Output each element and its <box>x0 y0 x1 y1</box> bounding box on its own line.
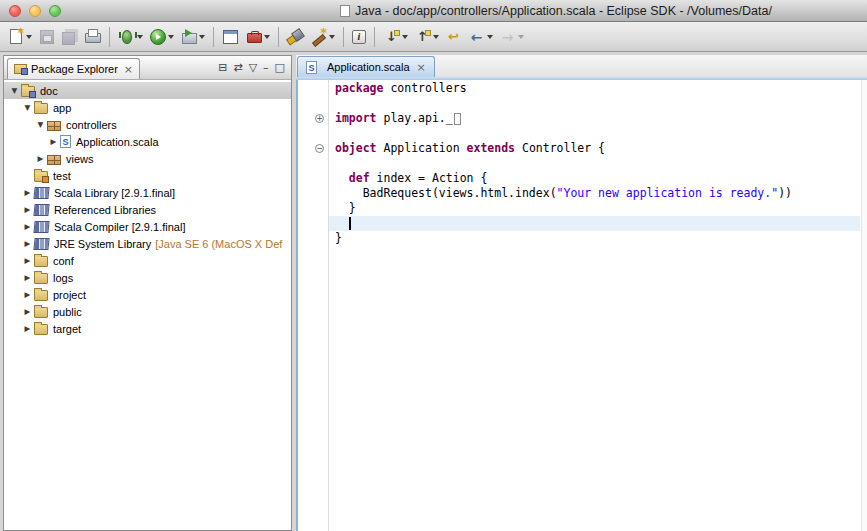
tree-item-doc[interactable]: ▼doc <box>4 82 291 99</box>
code-line[interactable]: BadRequest(views.html.index("Your new ap… <box>298 186 860 201</box>
toolbar-new-java-project-button[interactable] <box>219 25 242 49</box>
close-window-button[interactable] <box>9 5 21 17</box>
toolbar-print-button[interactable] <box>81 25 104 49</box>
overview-ruler[interactable] <box>861 80 867 531</box>
collapse-all-icon[interactable]: ⊟ <box>218 61 227 75</box>
last-edit-location-icon: ↩ <box>445 28 462 45</box>
save-icon <box>38 28 55 45</box>
toolbar-run-external-tools-button[interactable] <box>177 25 208 49</box>
expand-fold-icon[interactable]: + <box>315 114 324 123</box>
dropdown-caret-icon[interactable] <box>402 35 408 39</box>
expand-arrow-icon[interactable]: ▶ <box>21 273 34 282</box>
code-line[interactable]: } <box>298 201 860 216</box>
view-menu-icon[interactable]: ▽ <box>249 61 257 75</box>
toolbar-back-button[interactable]: ← <box>465 25 496 49</box>
minimize-icon[interactable]: – <box>263 61 269 75</box>
tree-item-label: target <box>53 323 81 335</box>
tree-item-label: conf <box>53 255 74 267</box>
editor-panel: S Application.scala × package controller… <box>296 55 867 531</box>
dropdown-caret-icon[interactable] <box>433 35 439 39</box>
current-code-line[interactable] <box>298 216 860 231</box>
tree-item-label: Application.scala <box>76 136 159 148</box>
toolbar-search-button[interactable] <box>284 25 307 49</box>
string-token: "Your new application is ready." <box>557 186 779 200</box>
keyword-token: def <box>349 171 370 185</box>
run-icon <box>149 28 166 45</box>
tree-item-logs[interactable]: ▶logs <box>4 269 291 286</box>
code-line[interactable]: } <box>298 231 860 246</box>
toolbar-previous-annotation-button[interactable]: ↑ <box>411 25 442 49</box>
tree-item-label: project <box>53 289 86 301</box>
tree-item-views[interactable]: ▶views <box>4 150 291 167</box>
toolbar-gwt-compile-button[interactable] <box>242 25 273 49</box>
code-editor[interactable]: package controllers+import play.api._−ob… <box>296 80 867 531</box>
tree-item-app[interactable]: ▼app <box>4 99 291 116</box>
tab-application-scala[interactable]: S Application.scala × <box>297 56 435 77</box>
tree-item-referenced-libraries[interactable]: ▶Referenced Libraries <box>4 201 291 218</box>
code-line[interactable]: +import play.api._ <box>298 111 860 126</box>
tree-item-conf[interactable]: ▶conf <box>4 252 291 269</box>
link-with-editor-icon[interactable]: ⇄ <box>233 61 242 75</box>
dropdown-caret-icon[interactable] <box>199 35 205 39</box>
expand-arrow-icon[interactable]: ▶ <box>21 307 34 316</box>
code-line[interactable] <box>298 96 860 111</box>
tree-item-public[interactable]: ▶public <box>4 303 291 320</box>
tree-item-jre-system-library[interactable]: ▶JRE System Library[Java SE 6 (MacOS X D… <box>4 235 291 252</box>
toolbar-info-button[interactable]: i <box>349 25 369 49</box>
code-line[interactable] <box>298 126 860 141</box>
tree-item-target[interactable]: ▶target <box>4 320 291 337</box>
collapse-arrow-icon[interactable]: ▼ <box>34 120 47 129</box>
expand-arrow-icon[interactable]: ▶ <box>21 290 34 299</box>
toolbar-new-wizard-quick-button[interactable] <box>307 25 338 49</box>
toolbar-debug-button[interactable] <box>115 25 146 49</box>
dropdown-caret-icon[interactable] <box>264 35 270 39</box>
window-title-text: Java - doc/app/controllers/Application.s… <box>355 0 772 22</box>
tree-item-scala-compiler-2-9-1-final[interactable]: ▶Scala Compiler [2.9.1.final] <box>4 218 291 235</box>
code-line[interactable] <box>298 156 860 171</box>
expand-arrow-icon[interactable]: ▶ <box>21 239 34 248</box>
zoom-window-button[interactable] <box>49 5 61 17</box>
collapse-fold-icon[interactable]: − <box>315 144 324 153</box>
tree-item-application-scala[interactable]: ▶SApplication.scala <box>4 133 291 150</box>
toolbar-next-annotation-button[interactable]: ↓ <box>380 25 411 49</box>
collapse-arrow-icon[interactable]: ▼ <box>8 86 21 95</box>
dropdown-caret-icon[interactable] <box>26 35 32 39</box>
dropdown-caret-icon[interactable] <box>168 35 174 39</box>
expand-arrow-icon[interactable]: ▶ <box>21 188 34 197</box>
code-line[interactable]: def index = Action { <box>298 171 860 186</box>
expand-arrow-icon[interactable]: ▶ <box>21 205 34 214</box>
tree-item-scala-library-2-9-1-final[interactable]: ▶Scala Library [2.9.1.final] <box>4 184 291 201</box>
code-area[interactable]: package controllers+import play.api._−ob… <box>298 81 860 246</box>
code-line[interactable]: −object Application extends Controller { <box>298 141 860 156</box>
expand-arrow-icon[interactable]: ▶ <box>21 222 34 231</box>
tab-package-explorer[interactable]: Package Explorer × <box>7 58 140 79</box>
back-icon: ← <box>468 28 485 45</box>
save-all-icon <box>61 28 78 45</box>
code-line[interactable]: package controllers <box>298 81 860 96</box>
expand-arrow-icon[interactable]: ▶ <box>47 137 60 146</box>
dropdown-caret-icon[interactable] <box>487 35 493 39</box>
new-java-project-icon <box>222 28 239 45</box>
tree-item-controllers[interactable]: ▼controllers <box>4 116 291 133</box>
keyword-token: object <box>335 141 377 155</box>
close-icon[interactable]: × <box>124 63 133 76</box>
collapse-arrow-icon[interactable]: ▼ <box>21 103 34 112</box>
toolbar-run-button[interactable] <box>146 25 177 49</box>
dropdown-caret-icon[interactable] <box>329 35 335 39</box>
minimize-window-button[interactable] <box>29 5 41 17</box>
expand-arrow-icon[interactable]: ▶ <box>21 324 34 333</box>
tree-item-test[interactable]: test <box>4 167 291 184</box>
expand-arrow-icon[interactable]: ▶ <box>21 256 34 265</box>
tree-item-project[interactable]: ▶project <box>4 286 291 303</box>
dropdown-caret-icon[interactable] <box>137 35 143 39</box>
new-wizard-quick-icon <box>310 28 327 45</box>
close-icon[interactable]: × <box>417 61 426 74</box>
toolbar-last-edit-location-button[interactable]: ↩ <box>442 25 465 49</box>
maximize-icon[interactable]: □ <box>275 61 285 75</box>
package-explorer-header: Package Explorer × ⊟⇄▽–□ <box>4 56 291 80</box>
toolbar-separator <box>374 27 375 47</box>
expand-arrow-icon[interactable]: ▶ <box>34 154 47 163</box>
toolbar-new-wizard-button[interactable] <box>4 25 35 49</box>
folded-region-box-icon <box>454 113 461 125</box>
eclipse-window: Java - doc/app/controllers/Application.s… <box>0 0 867 531</box>
